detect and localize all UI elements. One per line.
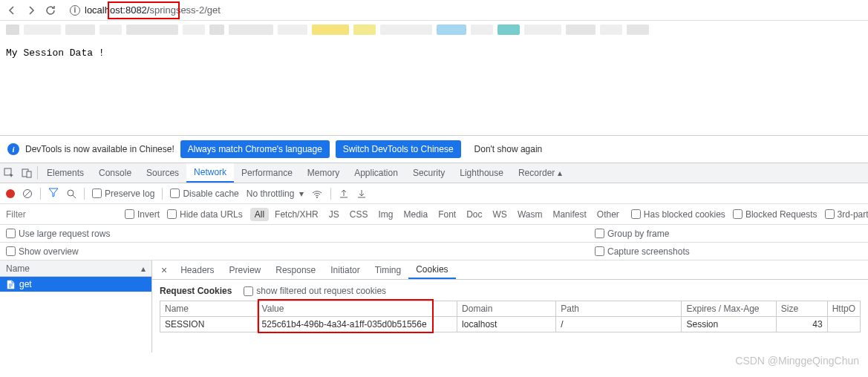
url-port: :8082/: [123, 4, 149, 16]
match-language-button[interactable]: Always match Chrome's language: [180, 140, 330, 158]
clear-icon[interactable]: [22, 188, 33, 199]
filter-icon[interactable]: [48, 187, 59, 200]
col-httpo[interactable]: HttpO: [827, 301, 860, 317]
filter-type-media[interactable]: Media: [399, 208, 432, 221]
detail-tabs: × HeadersPreviewResponseInitiatorTimingC…: [152, 260, 868, 280]
filter-type-fetchxhr[interactable]: Fetch/XHR: [270, 208, 323, 221]
detail-tab-headers[interactable]: Headers: [173, 260, 221, 279]
dismiss-button[interactable]: Don't show again: [467, 140, 550, 158]
tab-console[interactable]: Console: [91, 163, 139, 183]
svg-rect-2: [27, 171, 31, 177]
filter-type-other[interactable]: Other: [593, 208, 624, 221]
download-icon[interactable]: [356, 188, 367, 199]
detail-tab-initiator[interactable]: Initiator: [323, 260, 367, 279]
third-party-checkbox[interactable]: 3rd-party reques: [825, 209, 868, 220]
tab-network[interactable]: Network: [186, 163, 234, 183]
disable-cache-checkbox[interactable]: Disable cache: [170, 188, 238, 199]
wifi-icon[interactable]: [311, 188, 323, 199]
show-filtered-checkbox[interactable]: show filtered out request cookies: [244, 286, 386, 296]
url-host: localhost: [85, 4, 123, 16]
col-name[interactable]: Name: [160, 301, 258, 317]
col-size[interactable]: Size: [776, 301, 827, 317]
has-blocked-cookies-checkbox[interactable]: Has blocked cookies: [631, 209, 725, 220]
invert-checkbox[interactable]: Invert: [125, 209, 160, 220]
group-frame-checkbox[interactable]: Group by frame: [595, 229, 669, 239]
svg-point-5: [316, 197, 318, 198]
tab-security[interactable]: Security: [405, 163, 452, 183]
filter-type-all[interactable]: All: [250, 208, 269, 221]
preserve-log-checkbox[interactable]: Preserve log: [92, 188, 154, 199]
network-toolbar: Preserve log Disable cache No throttling…: [0, 183, 868, 204]
recorder-beta-icon: ▴: [558, 168, 562, 178]
col-domain[interactable]: Domain: [457, 301, 556, 317]
filter-type-ws[interactable]: WS: [489, 208, 512, 221]
devtools-tabs: ElementsConsoleSourcesNetworkPerformance…: [0, 163, 868, 183]
document-icon: [6, 279, 15, 289]
throttling-select[interactable]: No throttling ▾: [247, 188, 304, 199]
device-toggle-icon[interactable]: [18, 163, 36, 183]
show-overview-checkbox[interactable]: Show overview: [6, 246, 79, 257]
svg-point-4: [68, 190, 74, 196]
col-value[interactable]: Value: [257, 301, 457, 317]
filter-row: Invert Hide data URLs AllFetch/XHRJSCSSI…: [0, 204, 868, 225]
bookmark-bar: [0, 21, 868, 39]
detail-tab-timing[interactable]: Timing: [368, 260, 409, 279]
inspect-icon[interactable]: [0, 163, 18, 183]
url-path: springsess-2/get: [149, 4, 220, 16]
page-body: My Session Data !: [0, 39, 868, 135]
detail-tab-preview[interactable]: Preview: [222, 260, 269, 279]
tab-sources[interactable]: Sources: [139, 163, 186, 183]
col-expiresmaxage[interactable]: Expires / Max-Age: [682, 301, 776, 317]
request-item[interactable]: get: [0, 277, 151, 292]
info-icon: i: [7, 143, 19, 155]
tab-lighthouse[interactable]: Lighthouse: [452, 163, 511, 183]
tab-performance[interactable]: Performance: [234, 163, 300, 183]
sort-indicator-icon: ▴: [141, 263, 146, 274]
large-rows-checkbox[interactable]: Use large request rows: [6, 229, 110, 239]
cookie-row[interactable]: SESSION525c61b4-496b-4a34-a1ff-035d0b515…: [160, 317, 861, 332]
filter-type-wasm[interactable]: Wasm: [513, 208, 547, 221]
tab-elements[interactable]: Elements: [39, 163, 91, 183]
upload-icon[interactable]: [339, 188, 349, 199]
address-bar[interactable]: i localhost:8082/springsess-2/get: [64, 2, 862, 19]
request-list: Name ▴ get: [0, 260, 152, 353]
tab-memory[interactable]: Memory: [300, 163, 347, 183]
forward-icon[interactable]: [25, 4, 37, 16]
back-icon[interactable]: [6, 4, 18, 16]
request-list-header[interactable]: Name ▴: [0, 260, 151, 277]
filter-input[interactable]: [6, 209, 117, 220]
devtools-notice: i DevTools is now available in Chinese! …: [0, 135, 868, 163]
cookies-table: NameValueDomainPathExpires / Max-AgeSize…: [160, 301, 861, 332]
search-icon[interactable]: [66, 188, 76, 199]
request-cookies-heading: Request Cookies: [160, 286, 232, 296]
switch-chinese-button[interactable]: Switch DevTools to Chinese: [336, 140, 461, 158]
detail-tab-response[interactable]: Response: [268, 260, 323, 279]
tab-recorder[interactable]: Recorder: [511, 163, 562, 183]
capture-screenshots-checkbox[interactable]: Capture screenshots: [595, 246, 690, 257]
filter-type-img[interactable]: Img: [373, 208, 397, 221]
hide-data-urls-checkbox[interactable]: Hide data URLs: [167, 209, 243, 220]
filter-type-manifest[interactable]: Manifest: [548, 208, 590, 221]
watermark: CSDN @MinggeQingChun: [735, 355, 859, 367]
filter-type-font[interactable]: Font: [434, 208, 460, 221]
filter-type-css[interactable]: CSS: [345, 208, 373, 221]
reload-icon[interactable]: [45, 4, 56, 16]
col-path[interactable]: Path: [556, 301, 682, 317]
tab-application[interactable]: Application: [347, 163, 405, 183]
filter-type-js[interactable]: JS: [324, 208, 344, 221]
site-info-icon[interactable]: i: [70, 5, 80, 16]
detail-tab-cookies[interactable]: Cookies: [408, 260, 455, 279]
notice-text: DevTools is now available in Chinese!: [25, 144, 174, 154]
blocked-requests-checkbox[interactable]: Blocked Requests: [733, 209, 818, 220]
close-detail-button[interactable]: ×: [157, 264, 172, 276]
record-button[interactable]: [6, 189, 15, 198]
filter-type-doc[interactable]: Doc: [462, 208, 486, 221]
